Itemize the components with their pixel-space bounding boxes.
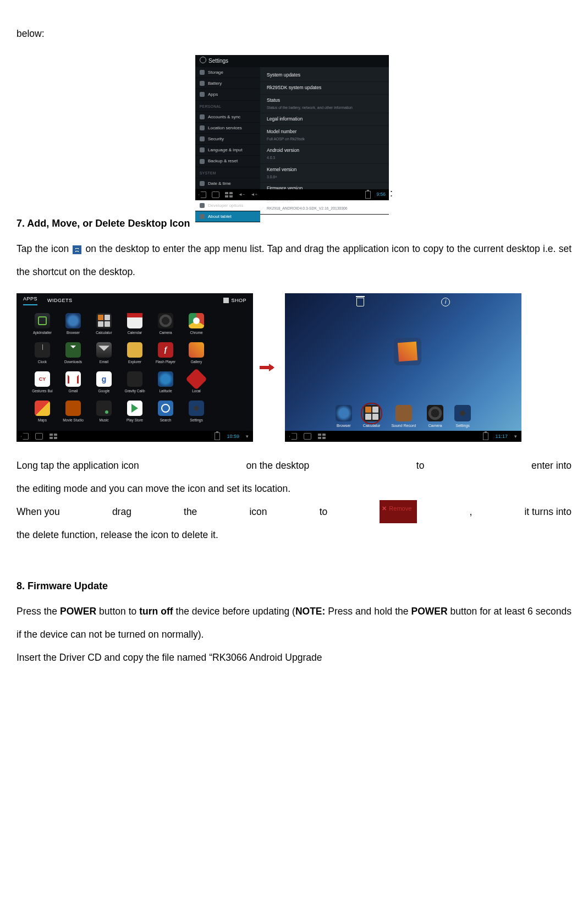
row-subtitle: Full AOSP on Rk29sdk bbox=[267, 136, 382, 142]
row-title: Legal information bbox=[267, 116, 382, 123]
app-cell[interactable]: Search bbox=[151, 401, 180, 427]
battery-icon bbox=[483, 432, 488, 440]
Music-icon bbox=[96, 401, 112, 416]
app-cell[interactable]: Music bbox=[89, 401, 119, 427]
app-cell[interactable]: Gallery bbox=[182, 342, 211, 369]
app-cell[interactable]: gGoogle bbox=[89, 371, 119, 398]
settings-row[interactable]: Legal information bbox=[260, 113, 389, 126]
app-cell[interactable]: Maps bbox=[28, 401, 57, 427]
dock-item[interactable]: Browser bbox=[336, 405, 352, 429]
battery-icon bbox=[215, 432, 220, 440]
app-cell[interactable]: Local bbox=[182, 371, 211, 398]
tab-widgets[interactable]: WIDGETS bbox=[47, 297, 73, 304]
dock-item[interactable]: Camera bbox=[427, 405, 443, 429]
settings-row[interactable]: Android version4.0.3 bbox=[260, 145, 389, 163]
trailing-colon: : bbox=[390, 188, 393, 199]
home-screenshot: i BrowserCalculatorSound RecordCameraSet… bbox=[285, 293, 521, 442]
txt: Press the bbox=[17, 606, 60, 617]
settings-row[interactable]: StatusStatus of the battery, network, an… bbox=[260, 95, 389, 113]
home-icon[interactable] bbox=[212, 191, 219, 198]
home-icon[interactable] bbox=[35, 433, 43, 440]
dock-item[interactable]: Settings bbox=[454, 405, 471, 429]
txt: When you bbox=[17, 500, 60, 523]
app-cell[interactable]: Flash Player bbox=[151, 342, 180, 369]
app-cell[interactable]: Gravity Calib bbox=[120, 371, 150, 398]
app-cell[interactable]: Movie Studio bbox=[58, 401, 88, 427]
heading-8: 8. Firmware Update bbox=[17, 579, 571, 593]
Search-icon bbox=[158, 401, 173, 416]
app-label: Gestures Bui bbox=[32, 388, 53, 393]
sidebar-item[interactable]: Security bbox=[195, 134, 260, 145]
back-icon[interactable] bbox=[199, 191, 206, 198]
app-cell[interactable]: Gmail bbox=[58, 371, 88, 398]
sidebar-item[interactable]: Date & time bbox=[195, 178, 260, 189]
sidebar-item[interactable]: About tablet bbox=[195, 211, 260, 222]
tab-apps[interactable]: APPS bbox=[23, 295, 37, 306]
app-label: Settings bbox=[190, 418, 203, 423]
app-cell[interactable]: Explorer bbox=[120, 342, 150, 369]
sidebar-item[interactable]: Language & input bbox=[195, 145, 260, 156]
app-cell[interactable]: Calculator bbox=[89, 313, 119, 340]
app-cell[interactable]: Browser bbox=[58, 313, 88, 340]
sidebar-item[interactable]: Storage bbox=[195, 67, 260, 78]
recent-icon[interactable] bbox=[50, 434, 57, 439]
app-cell[interactable]: CYGestures Bui bbox=[28, 371, 57, 398]
app-cell[interactable]: Clock bbox=[28, 342, 57, 369]
app-cell[interactable]: ApkInstaller bbox=[28, 313, 57, 340]
Sound Record-icon bbox=[395, 405, 412, 421]
back-icon[interactable] bbox=[289, 433, 297, 440]
settings-row[interactable]: Rk29SDK system updates bbox=[260, 82, 389, 95]
Flash Player-icon bbox=[158, 342, 173, 358]
Browser-icon bbox=[65, 313, 81, 328]
sidebar-item[interactable]: Accounts & sync bbox=[195, 112, 260, 123]
app-cell[interactable]: Chrome bbox=[182, 313, 211, 340]
txt: it turns into bbox=[524, 500, 571, 523]
sidebar-item[interactable]: Battery bbox=[195, 78, 260, 89]
app-label: Play Store bbox=[127, 418, 143, 423]
system-navbar: 11:17 ▾ bbox=[285, 431, 521, 442]
app-cell[interactable]: Downloads bbox=[58, 342, 88, 369]
settings-main: System updatesRk29SDK system updatesStat… bbox=[260, 67, 389, 189]
settings-row[interactable]: Kernel version3.0.8+ bbox=[260, 164, 389, 183]
remove-chip: ✕Remove bbox=[380, 500, 417, 523]
app-cell[interactable]: Settings bbox=[182, 401, 211, 427]
app-label: Chrome bbox=[190, 330, 202, 335]
sidebar-item-label: Storage bbox=[208, 69, 223, 75]
back-icon[interactable] bbox=[21, 433, 29, 440]
app-label: Email bbox=[100, 359, 108, 364]
app-cell[interactable]: Email bbox=[89, 342, 119, 369]
app-cell bbox=[212, 401, 242, 427]
sidebar-item[interactable]: Developer options bbox=[195, 200, 260, 211]
dock-item[interactable]: Calculator bbox=[363, 405, 381, 429]
sidebar-item[interactable]: Apps bbox=[195, 89, 260, 100]
sidebar-item[interactable]: Location services bbox=[195, 123, 260, 134]
sidebar-item-label: Language & input bbox=[208, 147, 243, 153]
recent-icon[interactable] bbox=[225, 192, 233, 198]
row-subtitle: RK2918_ANDROID4.0.3-SDK_V2.16_20130306 bbox=[267, 206, 382, 211]
home-icon[interactable] bbox=[304, 433, 311, 440]
wifi-icon: ▾ bbox=[246, 433, 249, 440]
app-label: Gallery bbox=[191, 359, 202, 364]
trash-icon[interactable] bbox=[356, 298, 364, 306]
info-icon[interactable]: i bbox=[441, 298, 450, 306]
recent-icon[interactable] bbox=[318, 434, 326, 439]
vol-down-icon[interactable]: ◄− bbox=[238, 191, 245, 198]
app-cell bbox=[212, 371, 242, 398]
home-dock: BrowserCalculatorSound RecordCameraSetti… bbox=[285, 399, 521, 429]
app-cell[interactable]: Play Store bbox=[120, 401, 150, 427]
dock-item[interactable]: Sound Record bbox=[391, 405, 416, 429]
shop-button[interactable]: SHOP bbox=[223, 297, 246, 304]
Latitude-icon bbox=[158, 371, 173, 387]
row-title: Status bbox=[267, 97, 382, 104]
app-cell[interactable]: Latitude bbox=[151, 371, 180, 398]
row-title: Model number bbox=[267, 129, 382, 135]
dragging-app-icon[interactable] bbox=[394, 338, 421, 365]
vol-up-icon[interactable]: ◄+ bbox=[251, 191, 258, 198]
app-label: Calculator bbox=[96, 330, 112, 335]
app-cell[interactable]: Calendar bbox=[120, 313, 150, 340]
settings-row[interactable]: System updates bbox=[260, 69, 389, 82]
app-label: Latitude bbox=[159, 388, 172, 393]
settings-row[interactable]: Model numberFull AOSP on Rk29sdk bbox=[260, 126, 389, 145]
sidebar-item[interactable]: Backup & reset bbox=[195, 156, 260, 167]
app-cell[interactable]: Camera bbox=[151, 313, 180, 340]
